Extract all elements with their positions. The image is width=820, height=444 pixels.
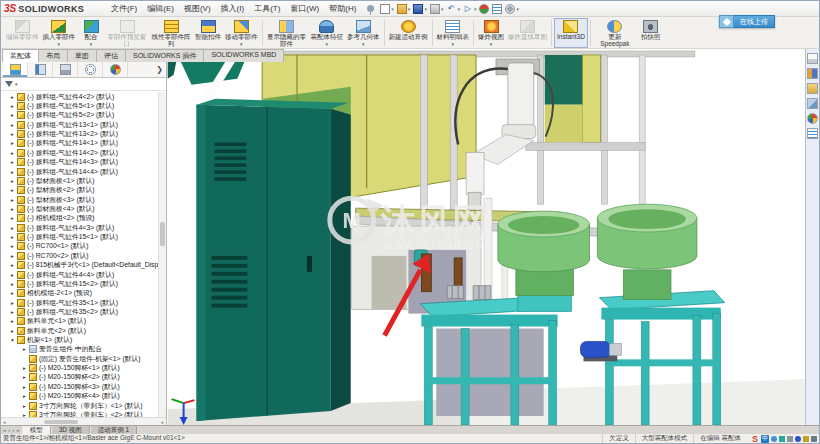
expand-icon[interactable]: ▸	[9, 94, 16, 100]
expand-icon[interactable]: ▸	[9, 234, 16, 240]
command-button[interactable]	[551, 20, 552, 46]
tree-item[interactable]: ▸ (-) RC700<1> (默认)	[1, 242, 166, 251]
command-button[interactable]	[473, 20, 474, 46]
expand-icon[interactable]: ▸	[9, 197, 16, 203]
expand-icon[interactable]: ▸	[21, 384, 28, 390]
tree-item[interactable]: ▸ (-) 拨料组-气缸件4<4> (默认)	[1, 270, 166, 279]
tree-item[interactable]: ▸ (-) 拨料组-气缸件14<2> (默认)	[1, 148, 166, 157]
expand-icon[interactable]: ▸	[9, 206, 16, 212]
expand-icon[interactable]: ▸	[9, 103, 16, 109]
quick-access-button[interactable]: ▷	[463, 4, 477, 14]
expand-icon[interactable]: ▸	[9, 112, 16, 118]
tree-item[interactable]: ▸ (-) 型材面板<2> (默认)	[1, 186, 166, 195]
expand-icon[interactable]: ▸	[9, 243, 16, 249]
quick-access-button[interactable]	[413, 4, 427, 14]
command-button[interactable]: Instant3D	[554, 18, 588, 48]
task-pane-icon[interactable]	[807, 98, 818, 109]
online-upload-button[interactable]: 在线上传	[719, 15, 775, 28]
tab-nav-icon[interactable]: «	[3, 427, 6, 433]
expand-icon[interactable]: ▸	[9, 131, 16, 137]
tree-item[interactable]: ▸ (-) 拨料组-气缸件14<1> (默认)	[1, 139, 166, 148]
command-button[interactable]: 新建运动算例	[387, 18, 430, 48]
quick-access-button[interactable]	[397, 4, 411, 14]
expand-icon[interactable]: ▸	[21, 365, 28, 371]
expand-icon[interactable]: ▸	[9, 159, 16, 165]
tree-item[interactable]: ▸ (-) 型材面板<3> (默认)	[1, 195, 166, 204]
expand-icon[interactable]: ▸	[9, 187, 16, 193]
expand-icon[interactable]: ▸	[21, 412, 28, 417]
command-button[interactable]	[384, 20, 385, 46]
tree-item[interactable]: ▸ (-) RC700<2> (默认)	[1, 251, 166, 260]
expand-icon[interactable]: ▸	[9, 262, 16, 268]
task-pane-icon[interactable]	[807, 83, 818, 94]
expand-icon[interactable]: ▸	[9, 122, 16, 128]
tree-item[interactable]: (固定) 爱普生组件-机架<1> (默认)	[1, 354, 166, 363]
menu-item[interactable]: 工具(T)	[249, 2, 285, 15]
feature-manager-tab[interactable]	[53, 62, 78, 77]
tree-item[interactable]: ▸ (-) 拨料组-气缸件13<1> (默认)	[1, 120, 166, 129]
feature-manager-tab[interactable]	[3, 62, 28, 77]
tree-item[interactable]: ▸ (-) 相机模组<2> (预设)	[1, 214, 166, 223]
document-tab[interactable]: 3D 视图	[51, 426, 90, 434]
command-button[interactable]: 拍快照	[637, 18, 665, 48]
scrollbar-thumb[interactable]	[44, 420, 78, 424]
command-button[interactable]: 插入零部件	[41, 18, 78, 48]
task-pane-icon[interactable]	[807, 68, 818, 79]
tree-item[interactable]: ▸ 爱普生组件 中的配合	[1, 345, 166, 354]
expand-icon[interactable]: ▸	[9, 140, 16, 146]
command-manager-tab[interactable]: 布局	[38, 49, 68, 62]
tray-icon[interactable]: 中	[761, 435, 769, 443]
command-manager-tab[interactable]: 装配体	[2, 49, 39, 62]
tree-item[interactable]: ▸ (-) 拨料组-气缸件14<3> (默认)	[1, 158, 166, 167]
feature-manager-tab[interactable]	[28, 62, 53, 77]
tree-item[interactable]: ▸ (-) 拨料组-气缸件14<4> (默认)	[1, 167, 166, 176]
command-manager-tab[interactable]: 草图	[67, 49, 97, 62]
command-manager-tab[interactable]: SOLIDWORKS MBD	[203, 49, 284, 62]
expand-icon[interactable]: ▸	[9, 309, 16, 315]
tree-item[interactable]: ▸ 3寸万向脚轮（带刹车）<2> (默认)	[1, 410, 166, 417]
command-button[interactable]: 零部件预览窗口	[105, 18, 149, 48]
tree-item[interactable]: ▸ 相机模组-2<1> (预设)	[1, 289, 166, 298]
tree-horizontal-scrollbar[interactable]: ◂ ▸	[1, 417, 166, 425]
tree-item[interactable]: ▸ (-) 拨料组-气缸件5<1> (默认)	[1, 101, 166, 110]
tray-icon[interactable]	[771, 436, 777, 442]
expand-icon[interactable]: ▸	[21, 393, 28, 399]
command-button[interactable]: 爆炸直线草图	[506, 18, 549, 48]
tree-item[interactable]: ▸ (-) 拨料组-气缸件15<1> (默认)	[1, 232, 166, 241]
tree-item[interactable]: ▸ (-) 815机械手3代<1> (Default<Default_Displ…	[1, 260, 166, 269]
tray-icon[interactable]	[795, 436, 801, 442]
expand-icon[interactable]: ▸	[9, 178, 16, 184]
command-button[interactable]: 编辑零部件	[4, 18, 41, 48]
expand-icon[interactable]: ▸	[9, 253, 16, 259]
command-button[interactable]: 智能扣件	[193, 18, 223, 48]
task-pane-icon[interactable]	[807, 128, 818, 139]
tree-item[interactable]: ▸ 3寸万向脚轮（带刹车）<1> (默认)	[1, 401, 166, 410]
tab-nav-icon[interactable]: »	[16, 427, 19, 433]
tree-item[interactable]: ▸ (-) 拨料组-气缸件35<1> (默认)	[1, 298, 166, 307]
menu-item[interactable]: 文件(F)	[106, 2, 142, 15]
task-pane-icon[interactable]	[807, 53, 818, 64]
command-button[interactable]: 装配体特征	[309, 18, 346, 48]
tree-item[interactable]: ▸ (-) 拨料组-气缸件15<2> (默认)	[1, 279, 166, 288]
tab-nav-icon[interactable]: ›	[12, 427, 14, 433]
command-manager-tab[interactable]: 评估	[96, 49, 126, 62]
quick-access-button[interactable]	[492, 4, 502, 14]
panel-expand-icon[interactable]: ❯	[156, 65, 163, 74]
quick-access-button[interactable]	[479, 4, 489, 14]
expand-icon[interactable]: ▸	[21, 403, 28, 409]
command-button[interactable]: 配合	[77, 18, 105, 48]
tree-item[interactable]: ▸ (-) 拨料组-气缸件13<2> (默认)	[1, 129, 166, 138]
tree-item[interactable]: ▸ (-) 拨料组-气缸件4<3> (默认)	[1, 223, 166, 232]
task-pane-icon[interactable]	[807, 113, 818, 124]
command-button[interactable]: 显示隐藏的零部件	[265, 18, 309, 48]
tray-icon[interactable]	[803, 436, 809, 442]
menu-item[interactable]: 插入(I)	[216, 2, 250, 15]
command-button[interactable]: 更新 Speedpak	[593, 18, 637, 48]
document-tab[interactable]: 运动算例 1	[90, 426, 137, 434]
tree-item[interactable]: ▸ (-) 型材面板<1> (默认)	[1, 176, 166, 185]
expand-icon[interactable]: ▸	[21, 346, 28, 352]
filter-dropdown-icon[interactable]: ▾	[15, 81, 18, 87]
expand-icon[interactable]: ▸	[9, 150, 16, 156]
tray-icon[interactable]	[811, 436, 817, 442]
graphics-area[interactable]: M 沐风网 www.mfcad.com	[167, 49, 805, 425]
